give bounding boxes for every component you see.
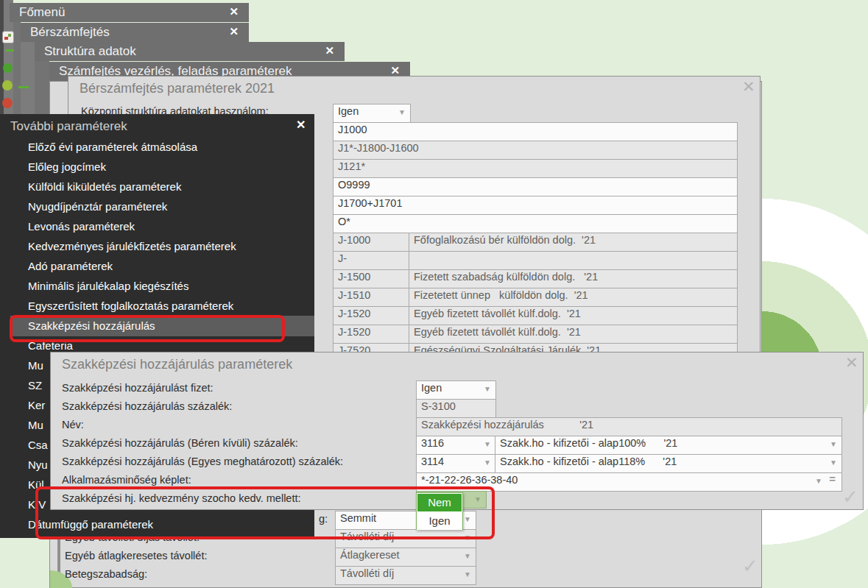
- kozponti-struktura-combo[interactable]: Igen ▼: [333, 104, 411, 123]
- open-dropdown-list: Nem Igen: [416, 492, 463, 530]
- code-field[interactable]: J-1520: [333, 325, 412, 344]
- chevron-down-icon: ▼: [464, 534, 471, 542]
- menu-item[interactable]: Ker: [28, 395, 45, 415]
- menu-item[interactable]: Minimális járulékalap kiegészítés: [28, 276, 188, 296]
- menu-item[interactable]: Kül: [28, 475, 44, 495]
- menu-item[interactable]: Mu: [28, 355, 43, 375]
- titlebar-berszamfejtes[interactable]: Bérszámfejtés ✕: [21, 23, 249, 42]
- egyeb-tavolleti-combo-value: Távolléti díj: [340, 531, 394, 542]
- alkalmazasminoseg-label: Alkalmazásminőség képlet:: [62, 474, 191, 486]
- menu-item-selected[interactable]: Szakképzési hozzájárulás: [28, 316, 155, 336]
- divider-line: [18, 86, 29, 88]
- sub-window-title: Szakképzési hozzájárulás paraméterek: [62, 357, 292, 372]
- egyeb-atlagkeresetes-combo-value: Átlagkereset: [340, 549, 400, 561]
- nev-field[interactable]: Szakképzési hozzájárulás '21: [416, 417, 842, 436]
- chevron-down-icon: ▼: [830, 458, 837, 467]
- close-icon[interactable]: ✕: [296, 118, 306, 132]
- menu-item[interactable]: Előző évi paraméterek átmásolása: [28, 137, 197, 157]
- main-window-title: Bérszámfejtés paraméterek 2021: [80, 81, 275, 96]
- code-field[interactable]: J-1500: [333, 269, 412, 288]
- window-edge-strip: [35, 61, 49, 114]
- menu-item[interactable]: Nyugdíjpénztár paraméterek: [28, 196, 167, 216]
- dropdown-option-nem[interactable]: Nem: [417, 493, 462, 512]
- window-edge-strip: [21, 42, 35, 114]
- chevron-down-icon: ▼: [484, 385, 491, 394]
- code-field[interactable]: J-1510: [333, 288, 412, 307]
- formula-field[interactable]: J1000: [333, 122, 738, 141]
- titlebar-fomenu-label: Főmenü: [19, 5, 65, 20]
- formula-field[interactable]: O*: [333, 214, 738, 233]
- desc-field[interactable]: Fizetetett ünnep külföldön dolg. '21: [409, 288, 738, 307]
- document-icon-green-dot: [8, 34, 11, 37]
- formula-icon[interactable]: =: [829, 475, 836, 483]
- titlebar-berszamfejtes-label: Bérszámfejtés: [30, 25, 110, 40]
- confirm-check-icon[interactable]: ✓: [742, 556, 758, 575]
- dropdown-option-igen[interactable]: Igen: [417, 512, 462, 530]
- menu-item[interactable]: Adó paraméterek: [28, 256, 113, 276]
- code-field[interactable]: J-1520: [333, 306, 412, 325]
- screen: Főmenü ✕ Bérszámfejtés ✕ Struktúra adato…: [0, 0, 868, 588]
- close-icon[interactable]: ✕: [742, 79, 755, 94]
- desc-field[interactable]: [409, 251, 738, 270]
- egyeb-tavolleti-combo[interactable]: Távolléti díj ▼: [335, 529, 476, 548]
- menu-item[interactable]: Kedvezményes járulékfizetés paraméterek: [28, 236, 236, 256]
- formula-field[interactable]: J121*: [333, 159, 738, 178]
- betegszabadsag-combo[interactable]: Távolléti díj ▼: [335, 566, 476, 585]
- close-icon[interactable]: ✕: [229, 25, 239, 38]
- close-icon[interactable]: ✕: [325, 44, 334, 57]
- chevron-down-icon: ▼: [484, 458, 491, 467]
- menu-item[interactable]: Levonás paraméterek: [28, 216, 135, 236]
- chevron-down-icon: ▼: [474, 495, 481, 504]
- fizet-combo[interactable]: Igen ▼: [416, 380, 496, 400]
- betegszabadsag-label: Betegszabadság:: [65, 568, 147, 580]
- fizet-combo-value: Igen: [421, 382, 442, 394]
- menu-item[interactable]: Egyszerűsített foglalkoztatás paramétere…: [28, 296, 233, 316]
- beren-kivuli-code-combo[interactable]: 3116 ▼: [416, 436, 496, 455]
- window-edge-strip: [13, 22, 21, 114]
- egyes-meghatarozott-code-combo[interactable]: 3114 ▼: [416, 454, 496, 473]
- red-orb-icon: [2, 98, 13, 108]
- szazalek-label: Szakképzési hozzájárulás százalék:: [62, 400, 232, 412]
- chevron-down-icon: ▼: [464, 552, 471, 561]
- alkalmazasminoseg-field[interactable]: *-21-22-26-36-38-40 ▼ =: [416, 472, 842, 492]
- chevron-down-icon: ▼: [464, 570, 471, 579]
- egyeb-atlagkeresetes-label: Egyéb átlagkeresetes távollét:: [65, 550, 207, 562]
- desc-field[interactable]: Egyéb fizetett távollét külf.dolg. '21: [409, 325, 738, 344]
- menu-item[interactable]: Külföldi kiküldetés paraméterek: [28, 177, 181, 196]
- kozponti-struktura-combo-value: Igen: [338, 105, 359, 117]
- szazalek-field[interactable]: S-3100: [416, 399, 496, 418]
- titlebar-struktura-adatok[interactable]: Struktúra adatok ✕: [35, 42, 345, 61]
- egyeb-atlagkeresetes-combo[interactable]: Átlagkereset ▼: [335, 548, 476, 567]
- code-field[interactable]: J-1000: [333, 233, 412, 252]
- confirm-check-icon[interactable]: ✓: [842, 487, 858, 506]
- lime-orb-icon: [2, 80, 13, 91]
- menu-item[interactable]: Mu: [28, 415, 43, 435]
- green-orb-icon: [3, 63, 13, 73]
- menu-item[interactable]: SZ: [28, 375, 42, 395]
- close-icon[interactable]: ✕: [845, 355, 858, 370]
- desc-field[interactable]: Egyéb fizetett távollét külf.dolg. '21: [409, 306, 738, 325]
- formula-field[interactable]: J1*-J1800-J1600: [333, 141, 738, 160]
- titlebar-fomenu[interactable]: Főmenü ✕: [10, 3, 249, 22]
- menu-item[interactable]: Előleg jogcímek: [28, 157, 106, 177]
- document-icon: [2, 31, 14, 43]
- formula-field[interactable]: J1700+J1701: [333, 196, 738, 215]
- nev-label: Név:: [62, 419, 84, 431]
- semmit-combo-value: Semmit: [340, 512, 376, 524]
- chevron-down-icon: ▼: [464, 515, 471, 524]
- menu-item[interactable]: Csa: [28, 435, 48, 455]
- menu-item[interactable]: Nyu: [28, 455, 48, 475]
- egyes-meghatarozott-desc-combo[interactable]: Szakk.ho - kifizetői - alap118% '21 ▼: [495, 454, 842, 473]
- beren-kivuli-label: Szakképzési hozzájárulás (Béren kívüli) …: [62, 437, 298, 449]
- desc-field[interactable]: Főfoglalkozású bér külföldön dolg. '21: [409, 233, 738, 252]
- formula-field[interactable]: O9999: [333, 177, 738, 196]
- document-icon-red-dot: [4, 37, 8, 40]
- beren-kivuli-desc-combo[interactable]: Szakk.ho - kifizetői - alap100% '21 ▼: [495, 436, 842, 455]
- close-icon[interactable]: ✕: [229, 5, 239, 18]
- code-field[interactable]: J-: [333, 251, 412, 270]
- menu-item[interactable]: Dátumfüggő paraméterek: [28, 514, 153, 534]
- menu-item[interactable]: KIV: [28, 495, 46, 514]
- desc-field[interactable]: Fizetett szabadság külföldön dolg. '21: [409, 269, 738, 288]
- szocho-kedvezmeny-label: Szakképzési hj. kedvezmény szocho kedv. …: [62, 492, 301, 504]
- fizet-label: Szakképzési hozzájárulást fizet:: [62, 382, 214, 394]
